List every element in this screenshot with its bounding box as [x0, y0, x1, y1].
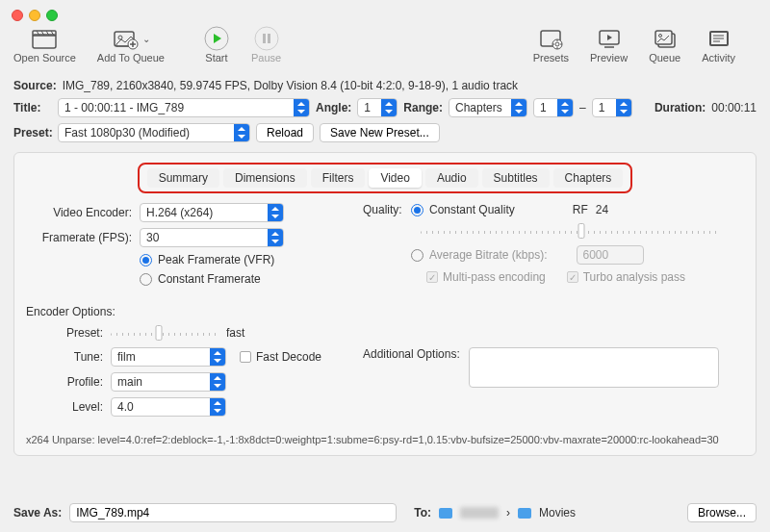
title-select[interactable]: 1 - 00:00:11 - IMG_789 [58, 98, 310, 117]
presets-button[interactable]: Presets [533, 27, 569, 63]
open-source-button[interactable]: Open Source [13, 27, 76, 63]
title-select-value: 1 - 00:00:11 - IMG_789 [59, 101, 294, 114]
range-dash: – [579, 101, 586, 114]
svg-marker-46 [271, 207, 279, 211]
folder-icon [518, 508, 531, 519]
average-bitrate-radio[interactable] [411, 249, 424, 262]
encoder-label: Video Encoder: [26, 206, 132, 219]
save-new-preset-button[interactable]: Save New Preset... [320, 123, 440, 142]
rf-value: 24 [596, 203, 608, 216]
quality-slider[interactable] [421, 222, 719, 240]
encoder-value: H.264 (x264) [141, 206, 268, 219]
svg-marker-24 [607, 35, 612, 40]
start-button[interactable]: Start [203, 27, 230, 63]
path-separator: › [506, 506, 510, 519]
add-to-queue-button[interactable]: ⌄ Add To Queue [97, 27, 165, 63]
open-source-label: Open Source [13, 52, 76, 63]
range-value: Chapters [449, 101, 511, 114]
tab-subtitles[interactable]: Subtitles [482, 168, 550, 188]
additional-options-label: Additional Options: [363, 347, 469, 361]
additional-options-input[interactable] [469, 347, 719, 388]
angle-value: 1 [358, 101, 381, 114]
svg-marker-43 [620, 110, 628, 114]
tune-label: Tune: [26, 350, 103, 364]
encoder-select[interactable]: H.264 (x264) [140, 203, 284, 222]
range-label: Range: [403, 101, 443, 114]
tab-video[interactable]: Video [369, 168, 421, 188]
multipass-check [426, 271, 438, 283]
svg-marker-55 [214, 409, 221, 413]
save-as-input[interactable] [69, 503, 397, 522]
profile-select[interactable]: main [111, 372, 226, 392]
preset-label: Preset: [13, 126, 52, 139]
svg-rect-14 [263, 34, 266, 43]
svg-marker-53 [214, 384, 221, 388]
profile-value: main [112, 375, 210, 389]
constant-quality-label: Constant Quality [429, 203, 515, 216]
preview-button[interactable]: Preview [590, 27, 628, 63]
tune-select[interactable]: film [111, 347, 226, 367]
tab-chapters[interactable]: Chapters [553, 168, 624, 188]
svg-marker-40 [561, 102, 569, 106]
clapper-icon [31, 27, 58, 50]
constant-framerate-radio[interactable] [140, 273, 152, 286]
queue-add-icon [112, 27, 139, 50]
constant-quality-radio[interactable] [411, 204, 424, 216]
browse-button[interactable]: Browse... [687, 503, 757, 522]
svg-marker-44 [238, 127, 245, 131]
chevron-down-icon[interactable]: ⌄ [142, 34, 150, 44]
activity-button[interactable]: Activity [702, 27, 735, 63]
tab-summary[interactable]: Summary [147, 168, 219, 188]
quality-label: Quality: [363, 203, 411, 216]
duration-value: 00:00:11 [711, 101, 757, 114]
level-select[interactable]: 4.0 [111, 397, 226, 417]
redacted-path [460, 507, 499, 519]
x264-unparse: x264 Unparse: level=4.0:ref=2:deblock=-1… [26, 434, 744, 445]
window-maximize[interactable] [46, 10, 58, 21]
svg-marker-54 [214, 401, 221, 405]
destination-folder: Movies [539, 506, 576, 519]
svg-marker-47 [271, 215, 279, 218]
angle-select[interactable]: 1 [357, 98, 398, 117]
tab-strip: Summary Dimensions Filters Video Audio S… [26, 163, 744, 193]
reload-button[interactable]: Reload [256, 123, 314, 142]
range-select[interactable]: Chapters [449, 98, 527, 117]
queue-button[interactable]: Queue [649, 27, 680, 63]
multipass-label: Multi-pass encoding [443, 270, 546, 284]
activity-icon [706, 27, 732, 50]
peak-framerate-radio[interactable] [140, 254, 152, 266]
tab-filters[interactable]: Filters [311, 168, 366, 188]
fps-select[interactable]: 30 [140, 228, 284, 247]
window-close[interactable] [12, 10, 23, 21]
tab-dimensions[interactable]: Dimensions [223, 168, 307, 188]
svg-marker-41 [561, 110, 569, 114]
preset-select[interactable]: Fast 1080p30 (Modified) [58, 123, 250, 142]
fps-value: 30 [141, 231, 268, 244]
svg-marker-39 [515, 110, 523, 114]
range-from-select[interactable]: 1 [533, 98, 574, 117]
preset-value: Fast 1080p30 (Modified) [59, 126, 234, 139]
enc-preset-slider[interactable] [111, 324, 217, 342]
fast-decode-label: Fast Decode [256, 350, 321, 364]
enc-preset-value: fast [226, 326, 244, 340]
to-label: To: [414, 506, 431, 519]
queue-label: Queue [649, 52, 680, 63]
queue-icon [652, 27, 679, 50]
tab-strip-highlight: Summary Dimensions Filters Video Audio S… [138, 163, 633, 193]
range-to-value: 1 [593, 101, 616, 114]
enc-preset-label: Preset: [26, 326, 103, 340]
svg-point-13 [255, 27, 278, 50]
tab-audio[interactable]: Audio [425, 168, 478, 188]
range-to-select[interactable]: 1 [592, 98, 632, 117]
svg-marker-49 [271, 240, 279, 243]
presets-label: Presets [533, 52, 569, 63]
svg-point-7 [118, 36, 122, 39]
svg-marker-42 [620, 102, 628, 106]
play-icon [203, 27, 230, 50]
window-minimize[interactable] [29, 10, 40, 21]
range-from-value: 1 [534, 101, 557, 114]
fast-decode-check[interactable] [240, 351, 251, 363]
fps-label: Framerate (FPS): [26, 231, 132, 244]
svg-marker-48 [271, 232, 279, 236]
pause-icon [253, 27, 280, 50]
